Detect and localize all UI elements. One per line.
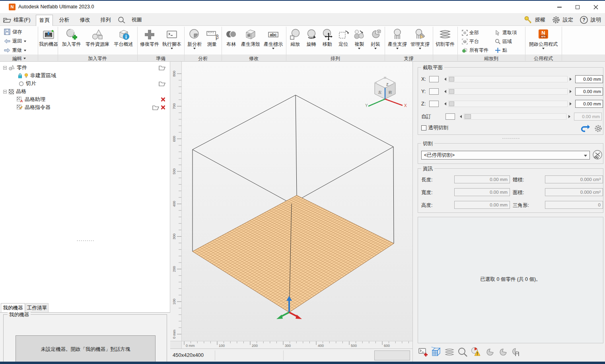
tree-item-no-build-zone[interactable]: 非建置區域 xyxy=(0,72,169,80)
new-script-button[interactable] xyxy=(418,346,429,358)
new-analysis-button[interactable]: 新分析 xyxy=(187,27,202,50)
maximize-button[interactable] xyxy=(568,1,587,13)
clipping-settings-gear-icon[interactable] xyxy=(594,124,603,133)
3d-viewport[interactable]: 左 前 Z Y X xyxy=(182,62,412,341)
boolean-button[interactable]: 布林 xyxy=(224,27,238,47)
create-label-button[interactable]: abc 產生標示 xyxy=(263,27,284,50)
rotate-button[interactable]: 旋轉 xyxy=(304,27,319,47)
cube-left-face-label[interactable]: 左 xyxy=(378,90,382,94)
reset-clipping-button[interactable] xyxy=(580,124,590,133)
group-label-edit[interactable]: 編輯 xyxy=(1,55,37,62)
clip-z-left-arrow[interactable] xyxy=(444,102,446,105)
clip-z-right-arrow[interactable] xyxy=(570,102,572,105)
tree-item-parts[interactable]: 零件 xyxy=(0,64,169,72)
cut-mode-select[interactable]: <已停用切割> xyxy=(421,151,590,160)
open-utilities-button[interactable]: NNFB 開啟公用程式 xyxy=(528,27,558,50)
clip-z-slider-thumb[interactable] xyxy=(449,101,454,106)
save-button[interactable]: 儲存 xyxy=(1,28,22,36)
clip-y-slider-thumb[interactable] xyxy=(449,89,454,94)
zoom-selection-button[interactable]: 選取項 xyxy=(495,28,517,37)
new-analysis-dropdown-caret-icon[interactable] xyxy=(193,48,196,49)
part-history-back-button[interactable] xyxy=(483,346,494,358)
delete-button[interactable] xyxy=(161,97,165,102)
tree-item-slices[interactable]: 切片 xyxy=(0,80,169,88)
move-button[interactable]: 移動 xyxy=(320,27,335,47)
slices-button[interactable] xyxy=(444,346,455,358)
duplicate-button[interactable]: 複製 xyxy=(352,27,366,50)
create-label-dropdown-caret-icon[interactable] xyxy=(272,48,274,49)
transparent-cut-checkbox[interactable] xyxy=(421,125,426,130)
clip-custom-right-arrow[interactable] xyxy=(568,115,570,118)
redo-button[interactable]: 重做 xyxy=(1,46,26,54)
clip-x-right-arrow[interactable] xyxy=(570,78,572,81)
navigation-cube[interactable]: 左 前 Z Y X xyxy=(365,77,407,108)
tab-analysis[interactable]: 分析 xyxy=(56,15,73,26)
clip-x-left-arrow[interactable] xyxy=(444,78,446,81)
tree-item-lattice-assistant[interactable]: A 晶格助理 xyxy=(0,95,169,103)
clip-y-right-arrow[interactable] xyxy=(570,90,572,93)
pack-dropdown-caret-icon[interactable] xyxy=(374,48,377,49)
zoom-all-parts-button[interactable]: 所有零件 xyxy=(462,46,488,55)
tab-my-machine[interactable]: 我的機器 xyxy=(1,303,25,312)
repair-warning-button[interactable] xyxy=(470,346,481,358)
settings-button[interactable]: 設定 xyxy=(552,16,573,24)
manage-support-button[interactable]: 管理支撐 xyxy=(410,27,430,50)
zoom-all-button[interactable]: 全部 xyxy=(462,28,488,37)
repair-part-button[interactable]: 修復零件 xyxy=(139,27,160,47)
collapse-icon[interactable] xyxy=(3,66,7,70)
zoom-region-button[interactable]: 區域 xyxy=(495,37,517,46)
clip-y-left-arrow[interactable] xyxy=(444,90,446,93)
undo-button[interactable]: 退回 xyxy=(1,37,26,45)
delete-x-icon[interactable] xyxy=(161,105,165,110)
clip-y-flip-box[interactable] xyxy=(429,88,439,95)
open-folder-button[interactable] xyxy=(152,105,159,110)
machine-not-set-button[interactable]: 未設定機器。開啟「我的機器」對話方塊 xyxy=(16,335,156,364)
tab-modify[interactable]: 修改 xyxy=(76,15,93,26)
execute-cut-button[interactable] xyxy=(592,150,603,161)
clip-z-value[interactable]: 0.00 mm xyxy=(575,100,603,108)
clip-z-slider[interactable] xyxy=(448,101,568,107)
close-button[interactable] xyxy=(587,1,605,13)
open-folder-button[interactable] xyxy=(159,65,165,70)
platform-overview-button[interactable]: 平台概述 xyxy=(113,27,134,47)
undo-dropdown-caret-icon[interactable] xyxy=(24,41,26,42)
minimize-button[interactable] xyxy=(550,1,568,13)
lattice-button[interactable] xyxy=(431,346,442,358)
clip-custom-left-arrow[interactable] xyxy=(460,115,462,118)
manage-support-dropdown-caret-icon[interactable] xyxy=(419,48,421,49)
clip-x-slider[interactable] xyxy=(448,76,568,82)
cube-front-face-label[interactable]: 前 xyxy=(389,90,392,94)
clip-y-value[interactable]: 0.00 mm xyxy=(575,88,603,95)
redo-dropdown-caret-icon[interactable] xyxy=(24,50,26,51)
help-button[interactable]: ? 說明 xyxy=(580,16,601,24)
add-part-button[interactable]: 加入零件 xyxy=(61,27,82,47)
clip-custom-flip-box[interactable] xyxy=(445,113,455,120)
measure-button[interactable]: β 測量 xyxy=(205,27,219,47)
clip-custom-slider[interactable] xyxy=(464,113,566,120)
clip-x-flip-box[interactable] xyxy=(429,76,439,82)
clip-z-flip-box[interactable] xyxy=(429,101,439,107)
analysis-view-button[interactable] xyxy=(457,346,468,358)
position-button[interactable]: 定位 xyxy=(336,27,350,47)
tab-worklist[interactable]: 工作清單 xyxy=(25,303,49,312)
part-library-button[interactable]: 零件資源庫 xyxy=(85,27,110,47)
zoom-platform-button[interactable]: 平台 xyxy=(462,37,488,46)
panel-splitter-handle[interactable] xyxy=(76,240,94,241)
part-history-forward-button[interactable] xyxy=(496,346,508,358)
clip-custom-slider-thumb[interactable] xyxy=(465,114,471,119)
generate-support-dropdown-caret-icon[interactable] xyxy=(396,48,399,49)
tab-home[interactable]: 首頁 xyxy=(36,15,53,26)
my-machines-button[interactable]: 我的機器 xyxy=(38,27,59,47)
license-button[interactable]: 授權 xyxy=(524,16,545,24)
tree-item-lattice[interactable]: 晶格 xyxy=(0,88,169,95)
open-utilities-dropdown-caret-icon[interactable] xyxy=(542,48,545,49)
tab-view[interactable]: 視圖 xyxy=(128,15,145,26)
collapse-icon[interactable] xyxy=(3,90,7,93)
clip-y-slider[interactable] xyxy=(448,88,568,95)
run-script-button[interactable]: 執行腳本 xyxy=(161,27,182,50)
clip-x-value[interactable]: 0.00 mm xyxy=(575,75,603,83)
file-menu-button[interactable]: 檔案(F) xyxy=(3,15,31,25)
run-script-dropdown-caret-icon[interactable] xyxy=(171,48,173,49)
pack-button[interactable]: 封裝 xyxy=(368,27,383,50)
zoom-point-button[interactable]: 點 xyxy=(495,46,517,55)
